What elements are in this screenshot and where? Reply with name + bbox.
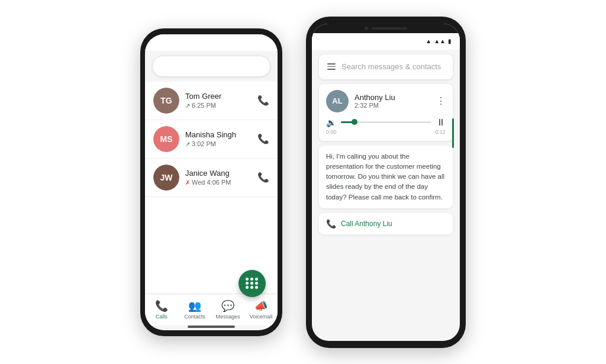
phone-icon-janice[interactable]: 📞	[257, 172, 269, 183]
audio-player: 🔉 ⏸ 0:00 -0:12	[319, 115, 453, 141]
call-info-manisha: Manisha Singh ↗ 3:02 PM	[185, 130, 257, 147]
vm-info: Anthony Liu 2:32 PM	[354, 93, 430, 109]
pause-icon[interactable]: ⏸	[436, 117, 446, 128]
camera-dot	[365, 27, 368, 30]
left-phone: TG Tom Greer ↗ 6:25 PM 📞 MS Manisha Sing…	[140, 28, 282, 336]
vm-header: AL Anthony Liu 2:32 PM ⋮	[319, 84, 453, 115]
call-name-janice: Janice Wang	[185, 169, 257, 178]
call-name-manisha: Manisha Singh	[185, 130, 257, 139]
battery-icon: ▮	[448, 38, 452, 44]
call-time-tom: ↗ 6:25 PM	[185, 102, 257, 109]
nav-contacts[interactable]: 👥 Contacts	[178, 299, 211, 320]
left-screen: TG Tom Greer ↗ 6:25 PM 📞 MS Manisha Sing…	[145, 34, 278, 330]
fab-button[interactable]	[238, 270, 266, 297]
bottom-nav-left: 📞 Calls 👥 Contacts 💬 Messages 📣 Voicemai…	[145, 294, 278, 326]
voicemail-card: AL Anthony Liu 2:32 PM ⋮ 🔉 ⏸	[319, 84, 453, 141]
dialpad-icon	[246, 278, 259, 289]
vm-contact-name: Anthony Liu	[354, 93, 430, 102]
messages-label: Messages	[215, 314, 240, 320]
camera-bar	[312, 24, 460, 33]
speaker-bar	[372, 27, 407, 30]
search-bar-right[interactable]: Search messages & contacts	[319, 54, 453, 79]
search-placeholder[interactable]: Search messages & contacts	[341, 62, 444, 71]
right-phone: ▲ ▲▲ ▮ Search messages & contacts AL Ant…	[306, 17, 466, 348]
transcript-text: Hi, I'm calling you about the presentati…	[326, 152, 446, 202]
audio-start: 0:00	[326, 129, 337, 135]
call-name-tom: Tom Greer	[185, 92, 257, 101]
nav-messages[interactable]: 💬 Messages	[211, 299, 244, 320]
call-list: TG Tom Greer ↗ 6:25 PM 📞 MS Manisha Sing…	[145, 82, 278, 294]
callback-row[interactable]: 📞 Call Anthony Liu	[319, 213, 453, 234]
contacts-label: Contacts	[184, 314, 205, 320]
call-time-manisha: ↗ 3:02 PM	[185, 140, 257, 147]
voicemail-icon: 📣	[254, 299, 267, 313]
callback-label: Call Anthony Liu	[341, 220, 392, 228]
phone-icon-tom[interactable]: 📞	[257, 95, 269, 106]
arrow-out-icon-2: ↗	[185, 141, 190, 147]
messages-icon: 💬	[221, 299, 234, 313]
vm-avatar: AL	[326, 90, 349, 112]
progress-thumb	[352, 119, 357, 125]
phone-icon-manisha[interactable]: 📞	[257, 133, 269, 144]
callback-phone-icon: 📞	[326, 219, 336, 228]
scrollbar-accent	[452, 118, 454, 148]
hamburger-icon[interactable]	[327, 63, 336, 70]
more-options-icon[interactable]: ⋮	[436, 95, 446, 107]
progress-bar[interactable]	[341, 121, 431, 123]
top-bar-left	[145, 34, 278, 51]
arrow-missed-icon: ✗	[185, 179, 190, 186]
vm-time: 2:32 PM	[354, 102, 430, 109]
nav-voicemail[interactable]: 📣 Voicemail	[244, 299, 278, 320]
volume-icon[interactable]: 🔉	[326, 118, 336, 127]
search-bar-left[interactable]	[152, 56, 270, 77]
home-indicator	[188, 326, 235, 328]
call-item-0[interactable]: TG Tom Greer ↗ 6:25 PM 📞	[145, 82, 278, 120]
avatar-tom: TG	[153, 88, 179, 114]
signal-icon: ▲▲	[434, 38, 446, 44]
voicemail-label: Voicemail	[250, 314, 273, 320]
contacts-icon: 👥	[188, 299, 201, 313]
transcript-card: Hi, I'm calling you about the presentati…	[319, 146, 453, 208]
arrow-out-icon: ↗	[185, 102, 190, 109]
call-item-2[interactable]: JW Janice Wang ✗ Wed 4:06 PM 📞	[145, 159, 278, 197]
audio-controls: 🔉 ⏸	[326, 117, 446, 128]
calls-label: Calls	[156, 314, 167, 320]
avatar-janice: JW	[153, 165, 179, 191]
right-screen: ▲ ▲▲ ▮ Search messages & contacts AL Ant…	[312, 24, 460, 341]
call-item-1[interactable]: MS Manisha Singh ↗ 3:02 PM 📞	[145, 120, 278, 159]
audio-end: -0:12	[433, 129, 446, 135]
call-time-janice: ✗ Wed 4:06 PM	[185, 179, 257, 186]
call-info-janice: Janice Wang ✗ Wed 4:06 PM	[185, 169, 257, 186]
nav-calls[interactable]: 📞 Calls	[145, 299, 178, 320]
calls-icon: 📞	[155, 299, 168, 313]
status-bar-right: ▲ ▲▲ ▮	[312, 33, 460, 50]
call-info-tom: Tom Greer ↗ 6:25 PM	[185, 92, 257, 109]
avatar-manisha: MS	[153, 126, 179, 152]
wifi-icon: ▲	[426, 38, 431, 44]
audio-times: 0:00 -0:12	[326, 129, 446, 135]
